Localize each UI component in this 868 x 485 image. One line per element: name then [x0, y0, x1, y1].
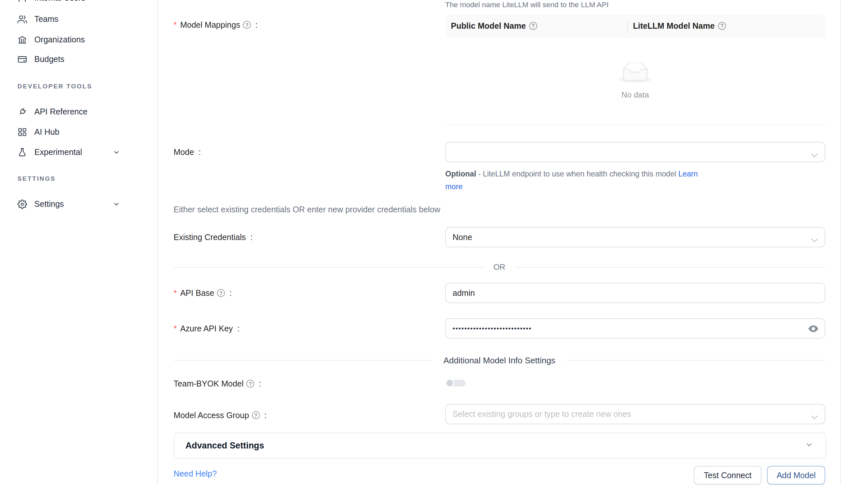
or-divider: OR — [174, 261, 825, 273]
model-mappings-label: * Model Mappings ? : — [174, 19, 258, 31]
eye-icon — [808, 325, 818, 332]
azure-api-key-input-wrap — [445, 318, 825, 338]
help-icon[interactable]: ? — [252, 411, 260, 419]
existing-credentials-select[interactable]: None — [445, 227, 825, 247]
required-marker: * — [174, 288, 177, 297]
sidebar-item-label: Experimental — [34, 148, 82, 157]
api-base-input[interactable] — [445, 283, 825, 303]
team-byok-label: Team-BYOK Model ? : — [174, 377, 261, 390]
required-marker: * — [174, 20, 177, 29]
help-icon[interactable]: ? — [529, 22, 537, 29]
sidebar-item-internal-users[interactable]: Internal Users — [18, 0, 120, 8]
sidebar-item-settings[interactable]: Settings — [18, 194, 120, 214]
content-right-border — [840, 0, 841, 485]
advanced-settings-title: Advanced Settings — [185, 441, 805, 451]
mode-label: Mode : — [174, 146, 201, 158]
api-base-label: * API Base ? : — [174, 287, 232, 299]
toggle-knob — [445, 379, 455, 388]
toggle-password-visibility-button[interactable] — [808, 324, 819, 333]
sidebar-item-label: Organizations — [34, 35, 85, 44]
empty-box-icon — [619, 63, 652, 86]
existing-credentials-select-wrap: None — [445, 227, 825, 247]
sidebar-item-ai-hub[interactable]: AI Hub — [18, 122, 120, 142]
additional-settings-divider: Additional Model Info Settings — [174, 354, 825, 366]
sidebar-item-budgets[interactable]: Budgets — [18, 49, 120, 69]
chevron-down-icon — [811, 150, 818, 160]
azure-api-key-input[interactable] — [445, 318, 825, 338]
sidebar: Internal Users Teams Organizations Budge… — [0, 0, 158, 485]
sidebar-item-teams[interactable]: Teams — [18, 9, 120, 29]
existing-credentials-label: Existing Credentials : — [174, 231, 253, 243]
user-icon — [18, 0, 27, 3]
credentials-note: Either select existing credentials OR en… — [174, 205, 440, 214]
table-header-row: Public Model Name ? LiteLLM Model Name ? — [445, 15, 825, 37]
sidebar-item-organizations[interactable]: Organizations — [18, 29, 120, 50]
model-mappings-table: Public Model Name ? LiteLLM Model Name ?… — [445, 15, 825, 125]
api-base-input-wrap — [445, 283, 825, 303]
sidebar-item-label: Budgets — [34, 55, 64, 64]
chevron-down-icon — [811, 235, 818, 245]
model-name-helper-text: The model name LiteLLM will send to the … — [445, 1, 609, 9]
sidebar-item-label: API Reference — [34, 107, 88, 116]
bank-icon — [18, 35, 27, 44]
chevron-down-icon — [805, 440, 813, 451]
plug-icon — [18, 107, 27, 116]
sidebar-item-label: Teams — [34, 15, 58, 24]
sidebar-item-label: Internal Users — [34, 0, 85, 2]
required-marker: * — [174, 324, 177, 333]
table-empty-state: No data — [445, 37, 825, 125]
chevron-down-icon — [113, 149, 120, 156]
help-icon[interactable]: ? — [243, 21, 251, 29]
advanced-settings-header[interactable]: Advanced Settings — [174, 433, 826, 459]
add-model-page: Internal Users Teams Organizations Budge… — [0, 0, 868, 485]
sidebar-item-label: AI Hub — [34, 127, 59, 136]
existing-credentials-value: None — [453, 232, 472, 242]
table-header-litellm-model-name: LiteLLM Model Name ? — [628, 15, 825, 36]
sidebar-item-experimental[interactable]: Experimental — [18, 142, 120, 162]
need-help-link[interactable]: Need Help? — [174, 470, 217, 479]
mode-help-text: Optional - LiteLLM endpoint to use when … — [445, 167, 709, 193]
sidebar-section-developer-tools: DEVELOPER TOOLS — [18, 83, 92, 90]
add-model-button[interactable]: Add Model — [767, 466, 825, 484]
users-icon — [18, 14, 27, 24]
help-icon[interactable]: ? — [246, 380, 254, 387]
model-access-group-label: Model Access Group ? : — [174, 409, 267, 421]
model-access-group-select-wrap: Select existing groups or type to create… — [445, 404, 825, 424]
test-connect-button[interactable]: Test Connect — [694, 466, 761, 484]
sidebar-item-label: Settings — [34, 199, 64, 208]
model-access-group-placeholder: Select existing groups or type to create… — [453, 410, 631, 419]
table-header-public-model-name: Public Model Name ? — [445, 15, 627, 36]
help-icon[interactable]: ? — [217, 289, 225, 297]
help-icon[interactable]: ? — [718, 22, 726, 29]
azure-api-key-label: * Azure API Key : — [174, 322, 240, 335]
sidebar-item-api-reference[interactable]: API Reference — [18, 101, 120, 122]
mode-select-wrap — [445, 142, 825, 162]
empty-state-text: No data — [621, 90, 649, 99]
flask-icon — [18, 148, 27, 157]
sidebar-section-settings: SETTINGS — [18, 175, 56, 182]
chevron-down-icon — [113, 200, 120, 207]
grid-icon — [18, 127, 27, 136]
credit-card-icon — [18, 55, 27, 64]
chevron-down-icon — [811, 412, 818, 421]
model-access-group-select[interactable]: Select existing groups or type to create… — [445, 404, 825, 424]
mode-select[interactable] — [445, 142, 825, 162]
team-byok-toggle[interactable] — [445, 379, 466, 388]
gear-icon — [18, 199, 27, 209]
